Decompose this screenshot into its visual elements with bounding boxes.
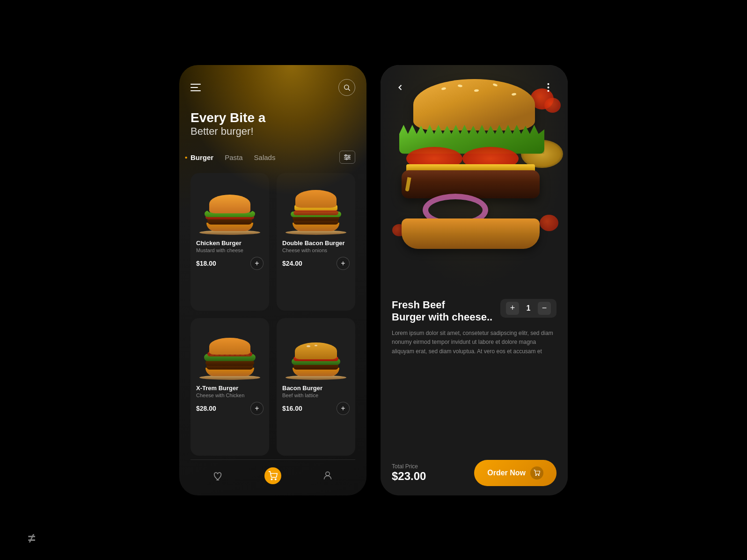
svg-point-14 xyxy=(535,475,536,476)
food-desc-chicken: Mustard with cheese xyxy=(196,247,264,253)
food-desc-bacon: Beef with lattice xyxy=(282,393,350,398)
detail-header xyxy=(381,65,568,103)
food-image-xtrem xyxy=(196,324,264,380)
hero-line2: Better burger! xyxy=(190,125,355,138)
product-title-line1: Fresh Beef xyxy=(392,299,500,311)
food-footer-chicken: $18.00 + xyxy=(196,257,264,270)
cart-nav[interactable] xyxy=(264,467,281,484)
filter-button[interactable] xyxy=(339,151,355,164)
svg-point-8 xyxy=(271,479,272,480)
add-btn-bacon[interactable]: + xyxy=(337,402,350,415)
right-phone: Fresh Beef Burger with cheese.. + 1 − Lo… xyxy=(381,65,568,495)
svg-point-10 xyxy=(326,472,330,475)
quantity-control: + 1 − xyxy=(500,299,557,318)
detail-footer: Total Price $23.00 Order Now xyxy=(392,460,557,486)
category-tabs: Burger Pasta Salads xyxy=(190,151,355,164)
total-price: $23.00 xyxy=(392,470,426,483)
bottom-nav xyxy=(190,459,355,484)
food-grid: Chicken Burger Mustard with cheese $18.0… xyxy=(190,173,355,455)
food-desc-double-bacon: Cheese with onions xyxy=(282,247,350,253)
svg-point-13 xyxy=(547,90,549,92)
add-btn-double-bacon[interactable]: + xyxy=(337,257,350,270)
svg-point-12 xyxy=(547,87,549,88)
hero-line1: Every Bite a xyxy=(190,110,355,126)
food-desc-xtrem: Cheese with Chicken xyxy=(196,393,264,398)
qty-decrease-button[interactable]: − xyxy=(538,302,551,315)
order-cart-icon xyxy=(530,466,543,480)
food-card-chicken[interactable]: Chicken Burger Mustard with cheese $18.0… xyxy=(190,173,269,311)
food-card-double-bacon[interactable]: Double Bacon Burger Cheese with onions $… xyxy=(277,173,355,311)
left-phone: Every Bite a Better burger! Burger Pasta… xyxy=(179,65,366,495)
detail-content: Fresh Beef Burger with cheese.. + 1 − Lo… xyxy=(381,290,568,495)
total-section: Total Price $23.00 xyxy=(392,463,426,483)
add-btn-chicken[interactable]: + xyxy=(250,257,264,270)
favorites-nav[interactable] xyxy=(210,467,227,484)
svg-line-1 xyxy=(348,89,350,91)
hero-text: Every Bite a Better burger! xyxy=(190,110,355,138)
food-footer-bacon: $16.00 + xyxy=(282,402,350,415)
food-price-xtrem: $28.00 xyxy=(196,405,216,412)
add-btn-xtrem[interactable]: + xyxy=(250,402,264,415)
food-card-xtrem[interactable]: X-Trem Burger Cheese with Chicken $28.00… xyxy=(190,318,269,456)
svg-point-5 xyxy=(345,155,346,156)
tab-salads[interactable]: Salads xyxy=(254,153,276,162)
food-card-bacon[interactable]: Bacon Burger Beef with lattice $16.00 + xyxy=(277,318,355,456)
watermark-symbol: ≠ xyxy=(28,531,35,546)
food-name-xtrem: X-Trem Burger xyxy=(196,385,264,392)
more-options-button[interactable] xyxy=(540,79,557,96)
left-header xyxy=(190,79,355,96)
food-image-bacon xyxy=(282,324,350,380)
product-title-row: Fresh Beef Burger with cheese.. + 1 − xyxy=(392,299,557,324)
total-label: Total Price xyxy=(392,463,426,470)
profile-nav[interactable] xyxy=(319,467,336,484)
order-now-button[interactable]: Order Now xyxy=(474,460,557,486)
food-name-bacon: Bacon Burger xyxy=(282,385,350,392)
product-description: Lorem ipsum dolor sit amet, consetetur s… xyxy=(392,329,557,356)
svg-point-11 xyxy=(547,83,549,85)
order-btn-label: Order Now xyxy=(487,469,526,477)
svg-point-7 xyxy=(346,158,347,160)
food-image-double-bacon xyxy=(282,179,350,235)
menu-icon[interactable] xyxy=(190,84,201,91)
food-name-double-bacon: Double Bacon Burger xyxy=(282,240,350,247)
product-title-line2: Burger with cheese.. xyxy=(392,311,500,323)
food-price-double-bacon: $24.00 xyxy=(282,260,302,267)
food-footer-xtrem: $28.00 + xyxy=(196,402,264,415)
food-footer-double-bacon: $24.00 + xyxy=(282,257,350,270)
tab-burger[interactable]: Burger xyxy=(190,153,213,162)
svg-point-0 xyxy=(344,85,349,89)
svg-point-15 xyxy=(538,475,539,476)
back-button[interactable] xyxy=(392,79,409,96)
svg-point-6 xyxy=(348,157,350,158)
qty-increase-button[interactable]: + xyxy=(506,302,519,315)
qty-value: 1 xyxy=(525,304,532,313)
food-price-bacon: $16.00 xyxy=(282,405,302,412)
product-title: Fresh Beef Burger with cheese.. xyxy=(392,299,500,324)
svg-point-9 xyxy=(275,479,277,480)
food-image-chicken xyxy=(196,179,264,235)
food-name-chicken: Chicken Burger xyxy=(196,240,264,247)
search-button[interactable] xyxy=(338,79,355,96)
food-price-chicken: $18.00 xyxy=(196,260,216,267)
tab-pasta[interactable]: Pasta xyxy=(225,153,242,162)
